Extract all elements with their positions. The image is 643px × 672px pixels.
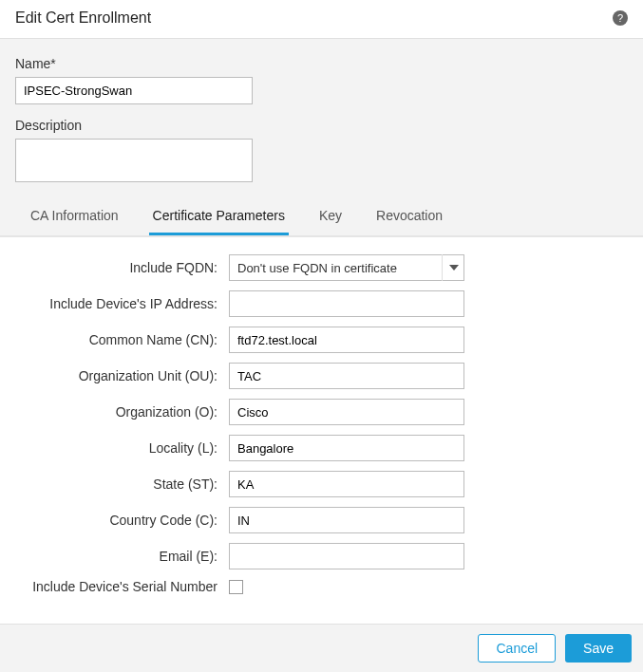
locality-input[interactable] [229, 435, 464, 461]
name-label: Name* [15, 56, 628, 71]
state-label: State (ST): [15, 476, 229, 492]
save-button[interactable]: Save [565, 634, 632, 663]
email-label: Email (E): [15, 549, 229, 564]
serial-checkbox[interactable] [229, 580, 243, 594]
country-label: Country Code (C): [15, 513, 229, 528]
tabs: CA Information Certificate Parameters Ke… [15, 198, 628, 235]
serial-label: Include Device's Serial Number [15, 579, 229, 594]
tab-certificate-parameters[interactable]: Certificate Parameters [149, 198, 289, 235]
state-input[interactable] [229, 471, 464, 497]
description-input[interactable] [15, 139, 253, 182]
include-ip-input[interactable] [229, 290, 464, 317]
description-label: Description [15, 118, 628, 133]
form-area: Include FQDN: Don't use FQDN in certific… [0, 236, 643, 616]
email-input[interactable] [229, 543, 464, 569]
org-input[interactable] [229, 399, 464, 425]
common-name-input[interactable] [229, 327, 464, 353]
common-name-label: Common Name (CN): [15, 332, 229, 347]
country-input[interactable] [229, 507, 464, 533]
include-fqdn-select[interactable]: Don't use FQDN in certificate [229, 254, 464, 281]
page-title: Edit Cert Enrollment [15, 9, 151, 27]
tab-revocation[interactable]: Revocation [372, 198, 446, 235]
org-unit-input[interactable] [229, 363, 464, 389]
cancel-button[interactable]: Cancel [478, 634, 556, 663]
include-fqdn-value[interactable]: Don't use FQDN in certificate [229, 254, 464, 281]
org-label: Organization (O): [15, 404, 229, 420]
name-input[interactable] [15, 77, 253, 104]
help-icon[interactable]: ? [613, 10, 628, 26]
tab-key[interactable]: Key [315, 198, 346, 235]
tab-ca-information[interactable]: CA Information [27, 198, 123, 235]
include-ip-label: Include Device's IP Address: [15, 296, 229, 311]
include-fqdn-label: Include FQDN: [15, 260, 229, 275]
locality-label: Locality (L): [15, 440, 229, 456]
org-unit-label: Organization Unit (OU): [15, 368, 229, 383]
